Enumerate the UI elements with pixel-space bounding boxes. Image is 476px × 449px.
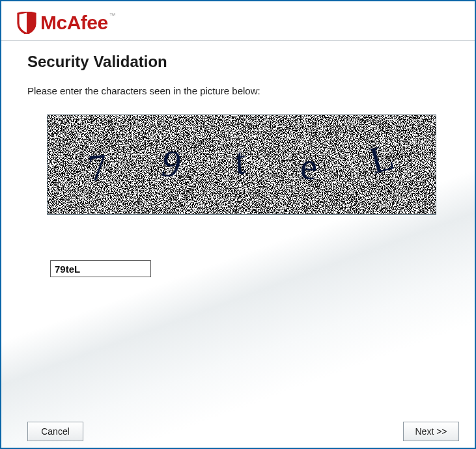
- main-content: Security Validation Please enter the cha…: [1, 41, 475, 415]
- header-bar: McAfee™: [1, 1, 475, 40]
- captcha-input[interactable]: [50, 260, 151, 277]
- captcha-image: 7 9 t e L: [47, 115, 436, 215]
- brand-name: McAfee™: [40, 12, 115, 34]
- mcafee-shield-icon: [17, 12, 36, 34]
- page-title: Security Validation: [27, 53, 449, 71]
- captcha-input-row: [50, 260, 449, 277]
- trademark-symbol: ™: [109, 12, 116, 19]
- next-button[interactable]: Next >>: [403, 422, 459, 441]
- instruction-text: Please enter the characters seen in the …: [27, 85, 449, 96]
- cancel-button[interactable]: Cancel: [27, 422, 83, 441]
- installer-window: McAfee™ Security Validation Please enter…: [0, 0, 476, 449]
- captcha-noise-bg: [48, 115, 436, 215]
- svg-rect-1: [48, 115, 436, 215]
- button-bar: Cancel Next >>: [1, 415, 475, 448]
- brand-text: McAfee: [40, 12, 108, 33]
